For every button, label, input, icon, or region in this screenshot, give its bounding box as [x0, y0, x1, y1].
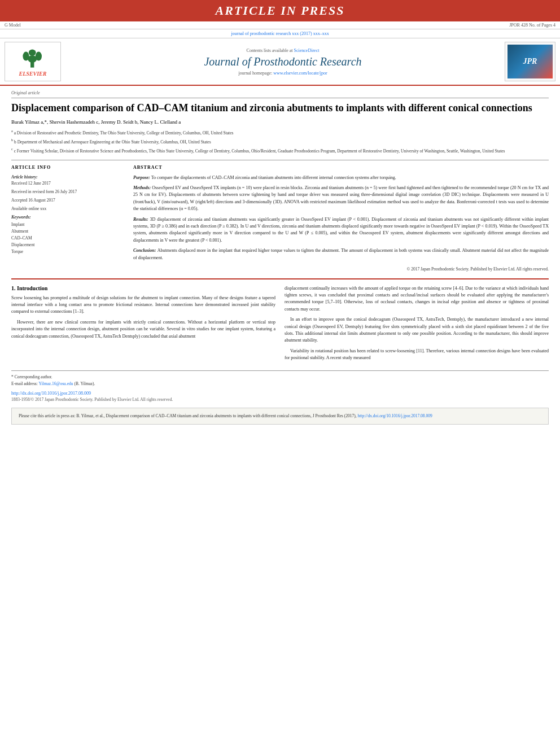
author-email-link[interactable]: Yilmaz.16@osu.edu [38, 381, 73, 386]
elsevier-logo-box: ELSEVIER [5, 42, 61, 81]
journal-ref-text: journal of prosthodontic research xxx (2… [231, 31, 329, 36]
doi-link-line: http://dx.doi.org/10.1016/j.jpor.2017.08… [11, 391, 549, 396]
sciencedirect-link[interactable]: ScienceDirect [294, 48, 320, 53]
article-info-col: ARTICLE INFO Article history: Received 1… [11, 165, 124, 273]
g-model-line: G Model JPOR 428 No. of Pages 4 [0, 21, 560, 29]
homepage-label: journal homepage: [238, 71, 272, 76]
keyword-abutment: Abutment [11, 228, 124, 235]
journal-cover-image: JPR [508, 45, 553, 78]
abstract-results: Results: 3D displacement of zirconia and… [133, 216, 549, 244]
banner-text: ARTICLE IN PRESS [216, 3, 345, 18]
g-model-right: JPOR 428 No. of Pages 4 [509, 23, 555, 28]
journal-title: Journal of Prosthodontic Research [65, 55, 500, 68]
intro-para-3: displacement continually increases with … [285, 285, 549, 313]
article-title: Displacement comparison of CAD–CAM titan… [11, 102, 549, 115]
citation-doi-link[interactable]: http://dx.doi.org/10.1016/j.jpor.2017.08… [358, 413, 432, 418]
keyword-torque: Torque [11, 248, 124, 255]
homepage-url[interactable]: www.elsevier.com/locate/jpor [273, 71, 327, 76]
g-model-left: G Model [5, 23, 21, 28]
introduction-section: 1. Introduction Screw loosening has prom… [11, 278, 549, 365]
intro-para-5: Variability in rotational position has b… [285, 348, 549, 362]
received-date: Received 12 June 2017 [11, 181, 124, 186]
abstract-text: Purpose: To compare the displacements of… [133, 174, 549, 273]
intro-left-text: Screw loosening has prompted a multitude… [11, 295, 275, 340]
affiliation-a: a a Division of Restorative and Prosthet… [11, 128, 549, 136]
abstract-col: ABSTRACT Purpose: To compare the displac… [133, 165, 549, 273]
contents-line: Contents lists available at ScienceDirec… [65, 48, 500, 53]
journal-header: ELSEVIER Contents lists available at Sci… [0, 38, 560, 86]
article-body: Original article Displacement comparison… [0, 86, 560, 429]
abstract-title: ABSTRACT [133, 165, 549, 170]
svg-point-3 [36, 52, 42, 61]
journal-ref-line: journal of prosthodontic research xxx (2… [0, 29, 560, 38]
svg-rect-0 [30, 62, 34, 68]
section-label: Original article [11, 90, 549, 98]
available-online: Available online xxx [11, 206, 124, 211]
abstract-purpose: Purpose: To compare the displacements of… [133, 174, 549, 181]
citation-box: Please cite this article in press as: B.… [11, 408, 549, 425]
accepted-date: Accepted 16 August 2017 [11, 198, 124, 203]
info-abstract-row: ARTICLE INFO Article history: Received 1… [11, 160, 549, 273]
elsevier-wordmark: ELSEVIER [19, 71, 47, 77]
homepage-line: journal homepage: www.elsevier.com/locat… [65, 71, 500, 76]
intro-left-col: 1. Introduction Screw loosening has prom… [11, 285, 275, 365]
journal-right-logo: JPR [505, 42, 555, 81]
citation-text: Please cite this article in press as: B.… [19, 413, 357, 418]
email-note: E-mail address: Yilmaz.16@osu.edu (B. Yi… [11, 381, 549, 386]
journal-center: Contents lists available at ScienceDirec… [65, 42, 500, 81]
corresponding-author-note: * Corresponding author. [11, 374, 549, 379]
authors-line: Burak Yilmaz a,*, Shervin Hashemzadeh c,… [11, 119, 549, 125]
bottom-links: http://dx.doi.org/10.1016/j.jpor.2017.08… [11, 391, 549, 402]
svg-point-2 [23, 52, 29, 61]
intro-para-2: However, there are new clinical concerns… [11, 319, 275, 340]
affiliation-c: c c Former Visiting Scholar, Division of… [11, 146, 549, 154]
abstract-copyright: © 2017 Japan Prosthodontic Society. Publ… [133, 266, 549, 273]
issn-line: 1883-1958/© 2017 Japan Prosthodontic Soc… [11, 397, 549, 402]
elsevier-tree-icon [19, 46, 47, 69]
intro-para-4: In an effort to improve upon the conical… [285, 316, 549, 344]
keyword-cadcam: CAD–CAM [11, 235, 124, 242]
keyword-implant: Implant [11, 221, 124, 228]
keywords-list: Implant Abutment CAD–CAM Displacement To… [11, 221, 124, 255]
email-suffix: (B. Yilmaz). [74, 381, 95, 386]
footnote-section: * Corresponding author. E-mail address: … [11, 370, 549, 386]
affiliation-b: b b Department of Mechanical and Aerospa… [11, 137, 549, 145]
svg-point-1 [28, 55, 37, 63]
intro-para-1: Screw loosening has prompted a multitude… [11, 295, 275, 316]
keyword-displacement: Displacement [11, 242, 124, 248]
revised-date: Received in revised form 26 July 2017 [11, 189, 124, 194]
article-info-title: ARTICLE INFO [11, 165, 124, 170]
contents-label: Contents lists available at [247, 48, 293, 53]
affiliations: a a Division of Restorative and Prosthet… [11, 128, 549, 154]
doi-link[interactable]: http://dx.doi.org/10.1016/j.jpor.2017.08… [11, 391, 91, 396]
svg-point-4 [29, 50, 36, 56]
intro-heading: 1. Introduction [11, 285, 275, 291]
abstract-conclusion: Conclusion: Abutments displaced more in … [133, 247, 549, 261]
article-in-press-banner: ARTICLE IN PRESS [0, 0, 560, 21]
intro-right-col: displacement continually increases with … [285, 285, 549, 365]
article-history-label: Article history: [11, 174, 124, 180]
keywords-label: Keywords: [11, 215, 124, 220]
abstract-methods: Methods: OsseoSpeed EV and OsseoSpeed TX… [133, 185, 549, 213]
intro-right-text: displacement continually increases with … [285, 285, 549, 362]
